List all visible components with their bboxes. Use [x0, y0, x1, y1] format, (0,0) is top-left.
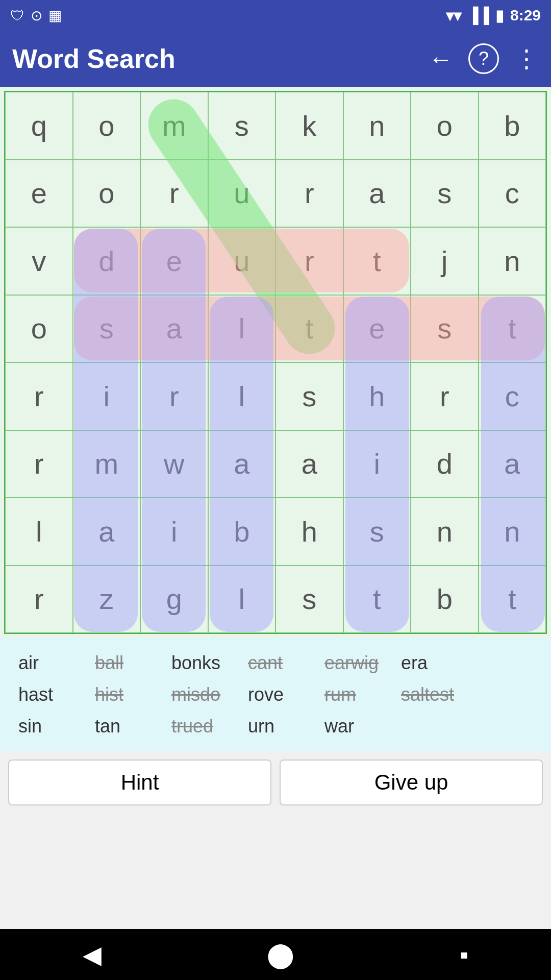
cell-r3-c3[interactable]: l [208, 295, 276, 363]
cell-r1-c2[interactable]: r [140, 160, 208, 228]
cell-r6-c7[interactable]: n [479, 498, 546, 566]
cell-r5-c7[interactable]: a [479, 430, 546, 498]
app-bar: Word Search ← ? ⋮ [0, 31, 551, 87]
cell-r5-c1[interactable]: m [73, 430, 141, 498]
wifi-icon: ▾▾ [446, 7, 461, 24]
cell-r2-c5[interactable]: t [343, 227, 411, 295]
word-earwig: earwig [320, 650, 397, 676]
word-hist: hist [91, 682, 167, 707]
cell-r6-c3[interactable]: b [208, 498, 276, 566]
cell-r4-c7[interactable]: c [479, 362, 546, 430]
buttons-row: Hint Give up [0, 751, 551, 805]
sim-icon: ▦ [48, 7, 62, 24]
cell-r1-c5[interactable]: a [343, 160, 411, 228]
cell-r0-c2[interactable]: m [140, 92, 208, 160]
cell-r0-c1[interactable]: o [73, 92, 141, 160]
shield-icon: 🛡 [10, 7, 24, 24]
cell-r4-c3[interactable]: l [208, 362, 276, 430]
cell-r2-c1[interactable]: d [73, 227, 141, 295]
word-rove: rove [244, 682, 320, 707]
cell-r7-c1[interactable]: z [73, 566, 141, 633]
cell-r7-c0[interactable]: r [5, 566, 73, 633]
cell-r6-c6[interactable]: n [411, 498, 479, 566]
word-grid[interactable]: qomsknobeorurascvdeurtjnosaltestrirlshrc… [4, 91, 547, 634]
cell-r5-c0[interactable]: r [5, 430, 73, 498]
home-nav-icon[interactable]: ⬤ [267, 940, 294, 969]
give-up-button[interactable]: Give up [280, 760, 543, 805]
cell-r6-c2[interactable]: i [140, 498, 208, 566]
cell-r0-c0[interactable]: q [5, 92, 73, 160]
cell-r1-c1[interactable]: o [73, 160, 141, 228]
cell-r3-c2[interactable]: a [140, 295, 208, 363]
cell-r4-c1[interactable]: i [73, 362, 141, 430]
cell-r2-c6[interactable]: j [411, 227, 479, 295]
word-list-items: airballbonkscantearwigerahasthistmisdoro… [14, 650, 537, 739]
cell-r2-c7[interactable]: n [479, 227, 546, 295]
word-era: era [397, 650, 473, 676]
word-ball: ball [91, 650, 167, 676]
cell-r3-c5[interactable]: e [343, 295, 411, 363]
word-list: airballbonkscantearwigerahasthistmisdoro… [0, 638, 551, 751]
help-button[interactable]: ? [468, 43, 499, 74]
cell-r0-c7[interactable]: b [479, 92, 546, 160]
cell-r7-c7[interactable]: t [479, 566, 546, 633]
status-right-icons: ▾▾ ▐▐ ▮ 8:29 [446, 7, 541, 24]
grid-wrapper: qomsknobeorurascvdeurtjnosaltestrirlshrc… [4, 91, 547, 634]
cell-r4-c4[interactable]: s [276, 362, 343, 430]
cell-r1-c0[interactable]: e [5, 160, 73, 228]
cell-r3-c0[interactable]: o [5, 295, 73, 363]
word-cant: cant [244, 650, 320, 676]
word-sin: sin [14, 714, 91, 739]
cell-r7-c6[interactable]: b [411, 566, 479, 633]
cell-r2-c4[interactable]: r [276, 227, 343, 295]
back-nav-icon[interactable]: ◀ [83, 940, 102, 969]
battery-icon: ▮ [495, 7, 504, 24]
cell-r4-c6[interactable]: r [411, 362, 479, 430]
cell-r4-c0[interactable]: r [5, 362, 73, 430]
cell-r7-c5[interactable]: t [343, 566, 411, 633]
signal-icon: ▐▐ [467, 7, 489, 24]
cell-r7-c2[interactable]: g [140, 566, 208, 633]
cell-r0-c4[interactable]: k [276, 92, 343, 160]
cell-r5-c6[interactable]: d [411, 430, 479, 498]
cell-r2-c0[interactable]: v [5, 227, 73, 295]
cell-r6-c0[interactable]: l [5, 498, 73, 566]
cell-r3-c7[interactable]: t [479, 295, 546, 363]
cell-r5-c3[interactable]: a [208, 430, 276, 498]
cell-r2-c2[interactable]: e [140, 227, 208, 295]
word-war: war [320, 714, 397, 739]
cell-r6-c1[interactable]: a [73, 498, 141, 566]
word-air: air [14, 650, 91, 676]
cell-r1-c3[interactable]: u [208, 160, 276, 228]
cell-r5-c5[interactable]: i [343, 430, 411, 498]
cell-r7-c4[interactable]: s [276, 566, 343, 633]
cell-r3-c6[interactable]: s [411, 295, 479, 363]
cell-r1-c6[interactable]: s [411, 160, 479, 228]
cell-r2-c3[interactable]: u [208, 227, 276, 295]
cell-r4-c5[interactable]: h [343, 362, 411, 430]
status-left-icons: 🛡 ⊙ ▦ [10, 7, 62, 24]
word-bonks: bonks [167, 650, 244, 676]
cell-r6-c4[interactable]: h [276, 498, 343, 566]
cell-r7-c3[interactable]: l [208, 566, 276, 633]
cell-r0-c6[interactable]: o [411, 92, 479, 160]
word-tan: tan [91, 714, 167, 739]
cell-r5-c2[interactable]: w [140, 430, 208, 498]
nav-bar: ◀ ⬤ ▪ [0, 929, 551, 980]
word-saltest: saltest [397, 682, 473, 707]
circle-icon: ⊙ [31, 7, 42, 24]
hint-button[interactable]: Hint [8, 760, 271, 805]
cell-r1-c4[interactable]: r [276, 160, 343, 228]
cell-r5-c4[interactable]: a [276, 430, 343, 498]
menu-button[interactable]: ⋮ [514, 44, 539, 73]
recent-nav-icon[interactable]: ▪ [460, 941, 468, 969]
cell-r0-c3[interactable]: s [208, 92, 276, 160]
cell-r3-c1[interactable]: s [73, 295, 141, 363]
word-rum: rum [320, 682, 397, 707]
cell-r1-c7[interactable]: c [479, 160, 546, 228]
back-button[interactable]: ← [429, 45, 453, 73]
cell-r0-c5[interactable]: n [343, 92, 411, 160]
cell-r3-c4[interactable]: t [276, 295, 343, 363]
cell-r4-c2[interactable]: r [140, 362, 208, 430]
cell-r6-c5[interactable]: s [343, 498, 411, 566]
